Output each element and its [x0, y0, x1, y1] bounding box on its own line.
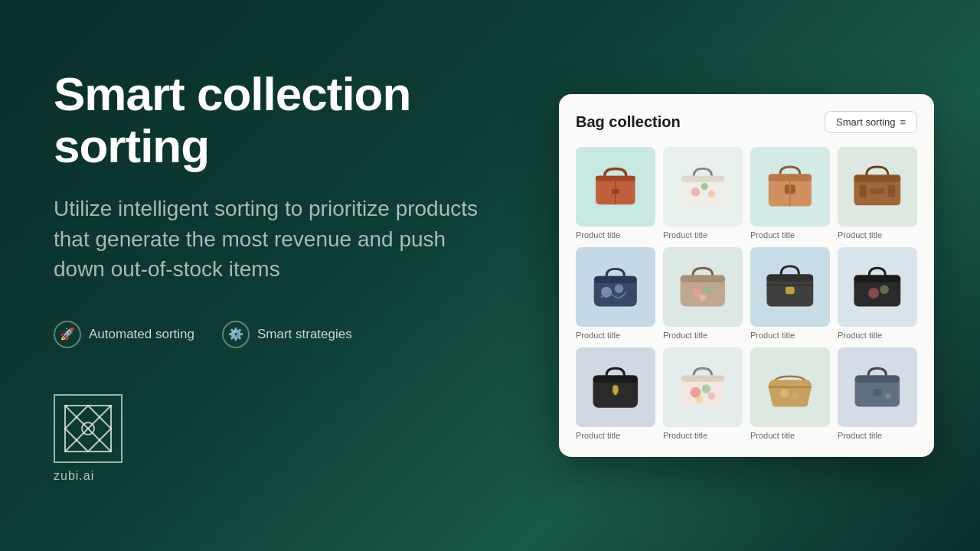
- product-label: Product title: [576, 230, 655, 240]
- main-title: Smart collection sorting: [54, 68, 490, 172]
- svg-rect-33: [786, 287, 795, 294]
- product-item[interactable]: Product title: [838, 247, 917, 340]
- left-panel: Smart collection sorting Utilize intelli…: [0, 22, 536, 529]
- product-image: [750, 247, 830, 327]
- svg-point-49: [792, 393, 799, 399]
- svg-point-41: [614, 392, 618, 396]
- product-label: Product title: [663, 431, 743, 440]
- svg-rect-20: [888, 185, 895, 197]
- product-grid: Product title Product title: [576, 147, 917, 440]
- logo-text: zubi.ai: [54, 469, 94, 483]
- card-title: Bag collection: [576, 113, 681, 131]
- right-panel: Bag collection Smart sorting ≡: [536, 79, 980, 472]
- product-item[interactable]: Product title: [576, 147, 655, 240]
- product-item[interactable]: Product title: [663, 347, 743, 440]
- svg-rect-43: [681, 376, 724, 382]
- svg-point-48: [780, 389, 789, 398]
- product-item[interactable]: Product title: [750, 147, 830, 240]
- svg-point-38: [880, 285, 890, 295]
- product-image: [750, 147, 830, 227]
- gear-icon: ⚙️: [222, 321, 250, 348]
- product-image: [663, 347, 743, 427]
- svg-rect-19: [860, 185, 867, 197]
- product-image: [838, 247, 917, 327]
- svg-point-37: [868, 288, 879, 298]
- product-label: Product title: [838, 431, 917, 440]
- product-label: Product title: [750, 431, 830, 440]
- product-image: [576, 247, 655, 327]
- product-item[interactable]: Product title: [576, 347, 655, 440]
- svg-point-12: [708, 191, 715, 197]
- product-label: Product title: [576, 431, 655, 440]
- logo-section: zubi.ai: [54, 394, 490, 483]
- product-label: Product title: [838, 230, 917, 240]
- svg-rect-7: [612, 190, 619, 194]
- svg-point-10: [691, 187, 701, 197]
- product-label: Product title: [838, 331, 917, 340]
- svg-point-25: [615, 284, 624, 293]
- product-image: [750, 347, 830, 427]
- svg-rect-51: [855, 376, 900, 383]
- svg-point-30: [699, 294, 706, 301]
- feature-label-2: Smart strategies: [257, 327, 352, 342]
- svg-rect-52: [873, 389, 882, 396]
- product-label: Product title: [663, 331, 743, 340]
- feature-automated-sorting: 🚀 Automated sorting: [54, 321, 194, 348]
- product-label: Product title: [750, 230, 830, 240]
- svg-point-45: [702, 384, 711, 393]
- svg-point-11: [701, 183, 708, 190]
- logo-box: [54, 394, 122, 463]
- product-item[interactable]: Product title: [663, 147, 743, 240]
- product-item[interactable]: Product title: [663, 247, 743, 340]
- svg-rect-21: [871, 188, 885, 194]
- svg-rect-14: [769, 174, 812, 181]
- sort-lines-icon: ≡: [900, 116, 906, 128]
- svg-rect-18: [854, 175, 901, 182]
- product-item[interactable]: Product title: [750, 347, 830, 440]
- sort-button-label: Smart sorting: [836, 116, 895, 128]
- product-label: Product title: [576, 331, 655, 340]
- svg-rect-5: [596, 176, 635, 181]
- svg-rect-23: [594, 276, 637, 283]
- product-label: Product title: [750, 331, 830, 340]
- svg-rect-32: [767, 275, 814, 282]
- logo-svg: [61, 402, 115, 455]
- svg-rect-40: [593, 376, 638, 383]
- feature-label-1: Automated sorting: [89, 327, 194, 342]
- svg-rect-27: [681, 276, 725, 282]
- product-image: [576, 347, 655, 427]
- svg-point-46: [708, 393, 715, 399]
- product-image: [576, 147, 655, 227]
- product-image: [838, 147, 917, 227]
- product-card: Bag collection Smart sorting ≡: [559, 94, 934, 457]
- svg-rect-36: [854, 276, 901, 282]
- product-item[interactable]: Product title: [750, 247, 830, 340]
- svg-point-29: [704, 287, 711, 294]
- svg-point-47: [696, 396, 703, 403]
- product-label: Product title: [663, 230, 743, 240]
- product-item[interactable]: Product title: [576, 247, 655, 340]
- card-header: Bag collection Smart sorting ≡: [576, 111, 917, 133]
- smart-sorting-button[interactable]: Smart sorting ≡: [825, 111, 917, 133]
- product-image: [663, 147, 743, 227]
- features-list: 🚀 Automated sorting ⚙️ Smart strategies: [54, 321, 490, 348]
- product-item[interactable]: Product title: [838, 147, 917, 240]
- product-image: [663, 247, 743, 327]
- product-image: [838, 347, 917, 427]
- svg-point-53: [886, 393, 891, 399]
- rocket-icon: 🚀: [54, 321, 81, 348]
- svg-rect-9: [681, 176, 724, 182]
- feature-smart-strategies: ⚙️ Smart strategies: [222, 321, 352, 348]
- product-item[interactable]: Product title: [838, 347, 917, 440]
- subtitle: Utilize intelligent sorting to prioritiz…: [54, 194, 490, 284]
